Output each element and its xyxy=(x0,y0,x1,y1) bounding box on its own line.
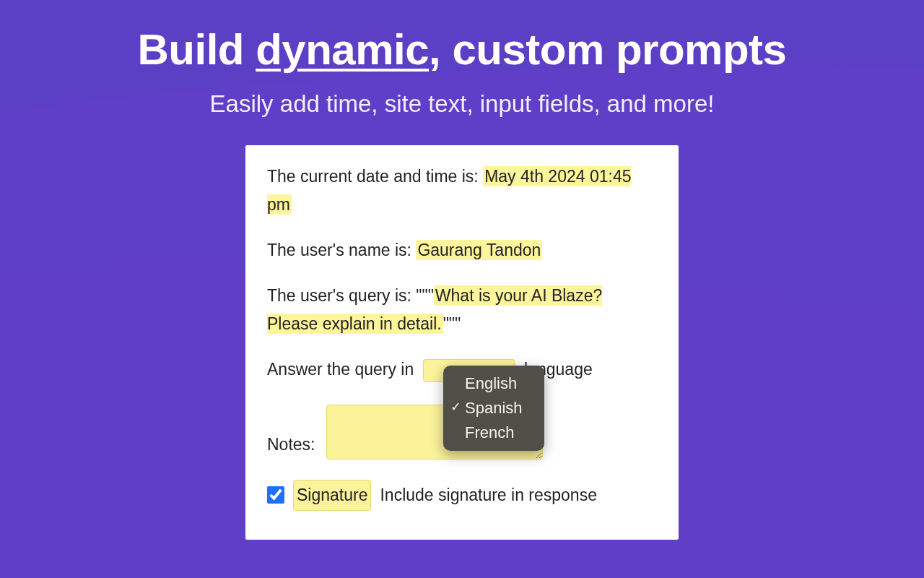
hero-title-underlined: dynamic xyxy=(256,25,429,74)
username-value: Gaurang Tandon xyxy=(416,240,542,260)
prompt-card: The current date and time is: May 4th 20… xyxy=(245,145,679,540)
hero-title: Build dynamic, custom prompts xyxy=(0,25,924,74)
query-label: The user's query is: """ xyxy=(267,286,434,305)
signature-checkbox[interactable] xyxy=(267,486,284,504)
language-menu-item-french[interactable]: French xyxy=(443,420,544,445)
answer-pre: Answer the query in xyxy=(267,360,414,379)
signature-row: Signature Include signature in response xyxy=(267,480,657,511)
signature-caption: Include signature in response xyxy=(380,481,596,509)
hero-title-pre: Build xyxy=(138,25,256,74)
query-close: """ xyxy=(443,314,461,333)
language-menu[interactable]: English Spanish French xyxy=(443,366,544,451)
hero-subtitle: Easily add time, site text, input fields… xyxy=(0,90,924,118)
datetime-line: The current date and time is: May 4th 20… xyxy=(267,163,657,219)
language-menu-item-english[interactable]: English xyxy=(443,371,544,396)
signature-label: Signature xyxy=(293,480,371,511)
hero: Build dynamic, custom prompts Easily add… xyxy=(0,0,924,118)
notes-label: Notes: xyxy=(267,431,315,459)
language-menu-item-spanish[interactable]: Spanish xyxy=(443,396,544,420)
query-line: The user's query is: """What is your AI … xyxy=(267,282,657,338)
hero-title-post: , custom prompts xyxy=(429,25,786,74)
username-line: The user's name is: Gaurang Tandon xyxy=(267,236,657,264)
username-label: The user's name is: xyxy=(267,241,416,259)
datetime-label: The current date and time is: xyxy=(267,167,483,186)
